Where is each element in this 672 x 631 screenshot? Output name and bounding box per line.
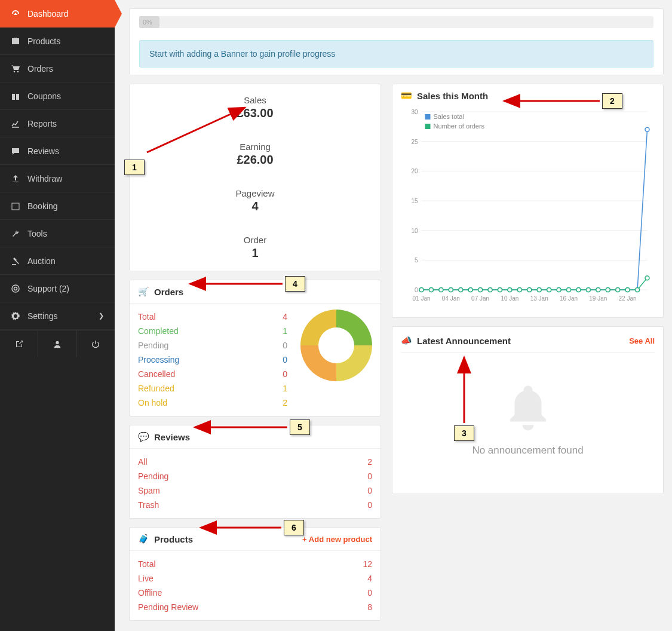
svg-point-69	[557, 288, 561, 292]
stats-card: Sales£63.00 Earning£26.00 Pageview4 Orde…	[129, 84, 381, 271]
user-icon[interactable]	[38, 330, 76, 357]
sidebar-item-label: Tools	[27, 229, 47, 238]
status-label: Pending Review	[138, 602, 198, 612]
status-row[interactable]: Pending0	[138, 338, 287, 353]
reviews-card: 💬Reviews All2Pending0Spam0Trash0	[129, 425, 381, 519]
status-value: 0	[367, 500, 372, 510]
status-row[interactable]: Total4	[138, 310, 287, 324]
svg-point-54	[645, 127, 649, 131]
status-value: 2	[283, 398, 287, 408]
see-all-link[interactable]: See All	[629, 336, 655, 345]
svg-point-77	[636, 288, 640, 292]
cart-icon: 🛒	[138, 286, 149, 297]
progress-fill: 0%	[139, 16, 159, 28]
gear-icon	[11, 311, 27, 321]
svg-text:15: 15	[411, 198, 418, 204]
announcement-card: 📣Latest AnnouncementSee All No announcem…	[392, 326, 664, 494]
svg-point-75	[616, 288, 620, 292]
earning-label: Earning	[130, 142, 381, 152]
svg-text:5: 5	[415, 257, 418, 264]
status-label: Refunded	[138, 384, 174, 393]
status-row[interactable]: Total12	[138, 557, 372, 571]
svg-rect-5	[12, 203, 19, 210]
top-panel: 0% Start with adding a Banner to gain pr…	[129, 8, 664, 75]
sidebar-item-label: Coupons	[27, 91, 61, 101]
svg-point-74	[606, 288, 610, 292]
status-value: 0	[283, 369, 287, 379]
svg-text:10: 10	[411, 228, 418, 234]
status-label: Live	[138, 574, 154, 583]
chart-icon	[11, 119, 27, 128]
sidebar-item-coupons[interactable]: Coupons	[0, 82, 115, 110]
status-row[interactable]: Spam0	[138, 483, 372, 498]
status-row[interactable]: All2	[138, 455, 372, 469]
status-row[interactable]: Pending0	[138, 469, 372, 483]
add-new-product-link[interactable]: + Add new product	[302, 535, 372, 544]
upload-icon	[11, 174, 27, 183]
status-row[interactable]: Refunded1	[138, 381, 287, 396]
status-row[interactable]: Completed1	[138, 324, 287, 338]
wrench-icon	[11, 229, 27, 238]
svg-point-56	[429, 288, 433, 292]
order-label: Order	[130, 235, 381, 245]
status-value: 0	[283, 341, 287, 350]
cart-icon	[11, 64, 27, 73]
status-row[interactable]: Trash0	[138, 498, 372, 512]
svg-text:16 Jan: 16 Jan	[560, 295, 578, 302]
calendar-icon	[11, 201, 27, 211]
sales-line-chart: 05101520253001 Jan04 Jan07 Jan10 Jan13 J…	[401, 101, 655, 304]
sidebar-item-reports[interactable]: Reports	[0, 110, 115, 137]
svg-text:0: 0	[415, 287, 418, 293]
svg-point-62	[488, 288, 492, 292]
status-row[interactable]: Cancelled0	[138, 367, 287, 381]
svg-point-60	[468, 288, 472, 292]
svg-text:25: 25	[411, 139, 418, 145]
status-row[interactable]: Processing0	[138, 353, 287, 367]
sidebar-item-withdraw[interactable]: Withdraw	[0, 165, 115, 192]
svg-point-73	[596, 288, 600, 292]
status-row[interactable]: Live4	[138, 571, 372, 586]
sidebar-item-support-[interactable]: Support (2)	[0, 275, 115, 302]
svg-point-8	[56, 341, 59, 344]
sidebar-item-reviews[interactable]: Reviews	[0, 137, 115, 165]
status-label: Cancelled	[138, 369, 175, 379]
status-row[interactable]: On hold2	[138, 396, 287, 410]
svg-text:Number of orders: Number of orders	[434, 122, 485, 130]
svg-text:20: 20	[411, 168, 418, 174]
sidebar-item-settings[interactable]: Settings❯	[0, 302, 115, 330]
orders-card-title: Orders	[154, 287, 183, 297]
svg-point-6	[12, 285, 19, 292]
svg-text:19 Jan: 19 Jan	[589, 295, 607, 302]
sidebar-item-dashboard[interactable]: Dashboard	[0, 0, 115, 27]
status-value: 4	[283, 312, 287, 321]
svg-point-72	[586, 288, 590, 292]
status-label: Pending	[138, 341, 168, 350]
power-icon[interactable]	[77, 330, 115, 357]
sidebar-item-orders[interactable]: Orders	[0, 55, 115, 82]
sidebar-action-bar	[0, 330, 115, 357]
sidebar-item-products[interactable]: Products	[0, 27, 115, 55]
svg-point-76	[625, 288, 630, 292]
sales-chart-title: Sales this Month	[417, 91, 488, 101]
svg-point-64	[508, 288, 512, 292]
sidebar-item-auction[interactable]: Auction	[0, 247, 115, 275]
no-announcement-text: No announcement found	[401, 445, 655, 457]
svg-point-58	[449, 288, 453, 292]
main-content: 0% Start with adding a Banner to gain pr…	[129, 0, 664, 629]
sidebar-item-tools[interactable]: Tools	[0, 220, 115, 247]
sidebar-item-booking[interactable]: Booking	[0, 192, 115, 220]
bell-icon	[501, 381, 555, 435]
svg-text:Sales total: Sales total	[434, 113, 464, 120]
svg-text:07 Jan: 07 Jan	[471, 295, 489, 302]
status-label: Total	[138, 559, 156, 569]
svg-point-55	[419, 288, 424, 292]
status-value: 0	[367, 588, 372, 598]
sidebar-item-label: Products	[27, 36, 60, 46]
svg-rect-79	[425, 114, 431, 120]
announcement-title: Latest Announcement	[417, 336, 511, 346]
external-link-icon[interactable]	[0, 330, 38, 357]
status-row[interactable]: Offline0	[138, 586, 372, 600]
right-column: 💳Sales this Month 05101520253001 Jan04 J…	[392, 84, 664, 629]
products-card-title: Products	[154, 534, 193, 544]
status-row[interactable]: Pending Review8	[138, 600, 372, 614]
